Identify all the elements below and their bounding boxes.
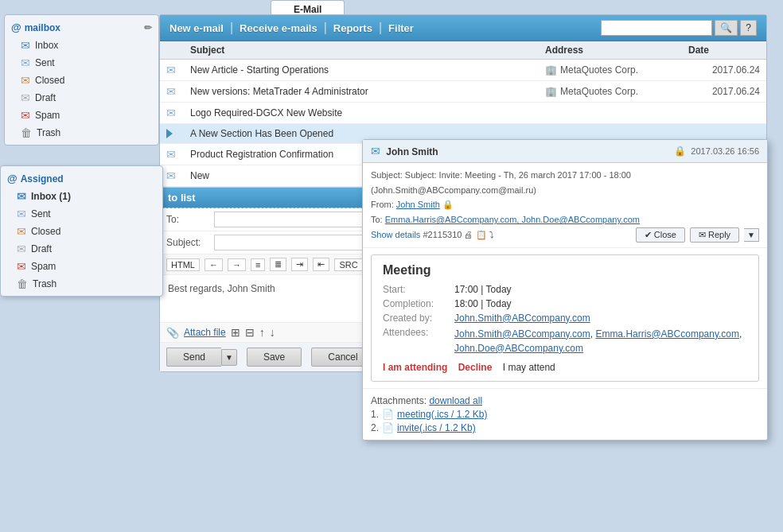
attach-file-icon-2: 📄	[382, 422, 394, 433]
send-button[interactable]: Send	[166, 348, 221, 367]
assigned-trash[interactable]: 🗑 Trash	[1, 275, 162, 293]
sep1: |	[230, 21, 233, 35]
detail-action-buttons: 🔒 2017.03.26 16:56	[674, 146, 759, 157]
assigned-draft-label: Draft	[31, 243, 52, 254]
attach-link-2[interactable]: invite(.ics / 1.2 Kb)	[397, 422, 476, 433]
attendee-3[interactable]: John.Doe@ABCcompany.com	[454, 343, 583, 354]
trash-label: Trash	[37, 127, 60, 138]
ticket-id: #2115310	[423, 230, 462, 239]
meeting-created-row: Created by: John.Smith@ABCcompany.com	[383, 313, 747, 324]
to-list-label: to list	[168, 192, 196, 204]
detail-close-button[interactable]: ✔ Close	[636, 227, 685, 243]
attach-action-2[interactable]: ⊟	[245, 326, 255, 339]
spam-icon: ✉	[21, 109, 30, 122]
reply-dropdown[interactable]: ▼	[744, 228, 759, 242]
ol-button[interactable]: ≣	[270, 258, 286, 271]
to-prefix: To:	[371, 215, 385, 224]
edit-icon[interactable]: ✏	[144, 22, 152, 33]
assigned-inbox[interactable]: ✉ Inbox (1)	[1, 188, 162, 205]
sidebar-item-closed[interactable]: ✉ Closed	[5, 72, 158, 89]
attach-action-3[interactable]: ↑	[259, 326, 265, 339]
redo-button[interactable]: →	[228, 258, 246, 271]
row-arrow[interactable]	[166, 129, 173, 138]
completion-value: 18:00 | Today	[454, 298, 512, 309]
spam-label: Spam	[35, 110, 60, 121]
table-row[interactable]: ✉ New Article - Starting Operations 🏢Met…	[160, 60, 766, 81]
attendee-2[interactable]: Emma.Harris@ABCcompany.com	[595, 328, 739, 340]
assigned-spam-icon: ✉	[17, 260, 26, 273]
html-button[interactable]: HTML	[166, 258, 200, 271]
subject-label: Subject:	[166, 237, 214, 248]
save-button[interactable]: Save	[247, 348, 302, 367]
assigned-spam[interactable]: ✉ Spam	[1, 258, 162, 275]
help-button[interactable]: ?	[740, 20, 757, 36]
may-attend-button[interactable]: I may attend	[503, 362, 555, 373]
detail-reply-button[interactable]: ✉ Reply	[690, 227, 739, 243]
assigned-draft-icon: ✉	[17, 243, 26, 255]
sep2: |	[324, 21, 327, 35]
attendees-value: John.Smith@ABCcompany.com, Emma.Harris@A…	[454, 327, 742, 355]
attach-action-4[interactable]: ↓	[270, 326, 275, 339]
sent-label: Sent	[35, 57, 55, 68]
show-details-link[interactable]: Show details	[371, 230, 420, 239]
sidebar-item-spam[interactable]: ✉ Spam	[5, 107, 158, 124]
download-all-link[interactable]: download all	[429, 395, 482, 406]
subject-1: New Article - Starting Operations	[190, 64, 545, 76]
detail-date: 2017.03.26 16:56	[691, 146, 759, 156]
mailbox-header: @ mailbox ✏	[5, 18, 158, 37]
paperclip-icon: 📎	[166, 327, 179, 339]
detail-header: ✉ John Smith 🔒 2017.03.26 16:56	[363, 140, 767, 163]
sidebar-item-trash[interactable]: 🗑 Trash	[5, 124, 158, 142]
attach-action-1[interactable]: ⊞	[231, 326, 240, 339]
email-icon-5: ✉	[166, 148, 190, 161]
new-email-button[interactable]: New e-mail	[169, 22, 224, 34]
table-row[interactable]: ✉ New versions: MetaTrader 4 Administrat…	[160, 81, 766, 103]
subject-2: New versions: MetaTrader 4 Administrator	[190, 86, 545, 97]
outdent-button[interactable]: ⇤	[313, 258, 329, 271]
date-2: 2017.06.24	[688, 86, 760, 97]
attendee-1[interactable]: John.Smith@ABCcompany.com	[454, 328, 590, 340]
indent-button[interactable]: ⇥	[291, 258, 308, 271]
at-icon: @	[11, 21, 21, 33]
undo-button[interactable]: ←	[205, 258, 223, 271]
reports-button[interactable]: Reports	[333, 22, 372, 34]
created-value[interactable]: John.Smith@ABCcompany.com	[454, 313, 590, 324]
assigned-draft[interactable]: ✉ Draft	[1, 240, 162, 258]
from-name-link[interactable]: John Smith	[396, 200, 440, 209]
attach-link-1[interactable]: meeting(.ics / 1.2 Kb)	[397, 409, 487, 420]
send-dropdown[interactable]: ▼	[221, 349, 237, 366]
sidebar-item-sent[interactable]: ✉ Sent	[5, 54, 158, 72]
start-label: Start:	[383, 284, 454, 295]
assigned-sent[interactable]: ✉ Sent	[1, 205, 162, 223]
subject-value: Subject: Invite: Meeting - Th, 26 march …	[371, 170, 631, 195]
assigned-header: @ Assigned	[1, 169, 162, 188]
decline-button[interactable]: Decline	[458, 362, 493, 373]
completion-label: Completion:	[383, 298, 454, 309]
sidebar-item-draft[interactable]: ✉ Draft	[5, 89, 158, 107]
filter-button[interactable]: Filter	[388, 22, 414, 34]
assigned-closed[interactable]: ✉ Closed	[1, 223, 162, 240]
send-button-group: Send ▼	[166, 348, 237, 367]
sidebar-item-inbox[interactable]: ✉ Inbox	[5, 37, 158, 54]
search-input[interactable]	[601, 20, 712, 36]
src-button[interactable]: SRC	[334, 258, 362, 271]
meeting-actions: I am attending Decline I may attend	[383, 362, 747, 373]
receive-emails-button[interactable]: Receive e-mails	[240, 22, 317, 34]
address-1: 🏢MetaQuotes Corp.	[545, 64, 688, 76]
assigned-closed-label: Closed	[31, 226, 60, 237]
detail-sender-area: ✉ John Smith	[371, 145, 438, 157]
email-icon-1: ✉	[166, 64, 190, 76]
assigned-trash-icon: 🗑	[17, 278, 28, 290]
attach-file-button[interactable]: Attach file	[184, 327, 226, 338]
subject-3: Logo Required-DGCX New Website	[190, 107, 545, 118]
start-value: 17:00 | Today	[454, 284, 512, 295]
ul-button[interactable]: ≡	[251, 258, 265, 271]
attach-num-2: 2.	[371, 422, 379, 433]
to-addresses[interactable]: Emma.Harris@ABCcompany.com, John.Doe@ABC…	[385, 215, 640, 224]
attending-button[interactable]: I am attending	[383, 362, 447, 373]
search-button[interactable]: 🔍	[715, 20, 738, 36]
table-row[interactable]: ✉ Logo Required-DGCX New Website	[160, 103, 766, 124]
detail-from-line: From: John Smith 🔒	[371, 197, 759, 212]
detail-bottom-row: Show details #2115310 🖨 📋 ⤵ ✔ Close ✉ Re…	[371, 227, 759, 243]
company-icon-2: 🏢	[545, 86, 557, 97]
